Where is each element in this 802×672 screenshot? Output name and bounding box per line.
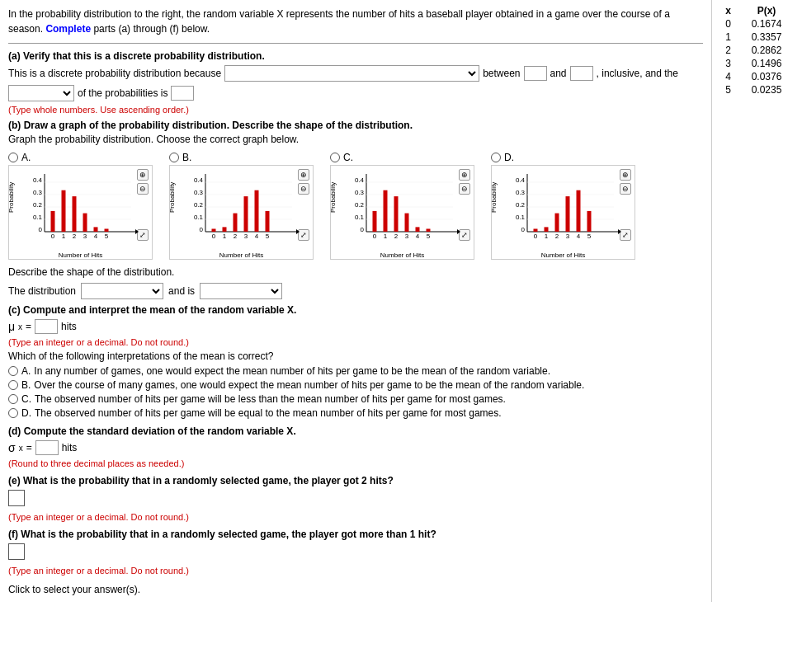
svg-text:0: 0 (200, 226, 204, 233)
hits-label-c: hits (61, 321, 77, 332)
graph-b-radio[interactable] (169, 153, 179, 162)
svg-text:0.4: 0.4 (194, 176, 204, 184)
mu-row: μ x = hits (8, 319, 703, 334)
part-a-input3[interactable] (171, 86, 194, 101)
svg-text:2: 2 (234, 233, 238, 240)
svg-text:1: 1 (223, 233, 227, 240)
svg-text:0.1: 0.1 (194, 214, 204, 221)
graph-d-ylabel: Probability (490, 181, 498, 212)
option-a[interactable]: A. In any number of games, one would exp… (8, 365, 703, 377)
col-px-header: P(x) (738, 4, 795, 17)
graph-area: A. ⊕ ⊖ ⤢ (8, 152, 703, 260)
svg-text:0.3: 0.3 (194, 189, 204, 196)
part-b-label: (b) Draw a graph of the probability dist… (8, 120, 703, 131)
graph-d-svg: 0 0.1 0.2 0.3 0.4 (515, 170, 622, 248)
svg-text:0.3: 0.3 (33, 189, 43, 196)
graph-c-ylabel: Probability (329, 181, 337, 212)
sigma-input[interactable] (35, 440, 59, 455)
svg-text:2: 2 (555, 233, 559, 240)
svg-text:0: 0 (51, 233, 55, 240)
sigma-row: σ x = hits (8, 440, 703, 455)
part-d-note: (Round to three decimal places as needed… (8, 458, 703, 468)
svg-text:4: 4 (94, 233, 98, 240)
graph-a-radio[interactable] (8, 153, 18, 162)
graph-b-xlabel: Number of Hits (170, 251, 313, 259)
part-e-label: (e) What is the probability that in a ra… (8, 475, 703, 486)
part-f-label: (f) What is the probability that in a ra… (8, 529, 703, 540)
svg-text:0.1: 0.1 (33, 214, 43, 221)
option-b-key: B. (21, 379, 31, 391)
option-c[interactable]: C. The observed number of hits per game … (8, 393, 703, 405)
svg-text:1: 1 (62, 233, 66, 240)
part-d-label: (d) Compute the standard deviation of th… (8, 425, 703, 437)
x-val-0: 0 (719, 17, 738, 31)
svg-text:0.4: 0.4 (516, 176, 526, 184)
svg-text:0: 0 (373, 233, 377, 240)
part-a-select[interactable]: all of the probabilities are between 0 a… (224, 65, 479, 82)
px-val-2: 0.2862 (738, 44, 795, 57)
px-val-5: 0.0235 (738, 83, 795, 96)
graph-b-box: ⊕ ⊖ ⤢ 0 0.1 0.2 0.3 0.4 (169, 165, 314, 260)
graph-c-label[interactable]: C. (330, 152, 353, 163)
mu-input[interactable] (35, 319, 58, 334)
part-f-input-row (8, 543, 703, 562)
graph-option-c: C. ⊕ ⊖ ⤢ 0 0.1 (330, 152, 474, 260)
table-row-2: 2 0.2862 (719, 44, 795, 57)
svg-text:0.3: 0.3 (355, 189, 365, 196)
distribution-select1[interactable]: skewed right skewed left symmetric unifo… (81, 283, 163, 299)
svg-text:0: 0 (39, 226, 43, 233)
part-c-note: (Type an integer or a decimal. Do not ro… (8, 337, 703, 347)
svg-text:3: 3 (405, 233, 409, 240)
equals-d: = (26, 442, 32, 453)
graph-d-radio[interactable] (491, 153, 501, 162)
part-b-section: (b) Draw a graph of the probability dist… (8, 120, 703, 299)
svg-marker-50 (457, 229, 460, 234)
svg-text:5: 5 (427, 233, 431, 240)
px-val-0: 0.1674 (738, 17, 795, 31)
part-f-checkbox[interactable] (8, 543, 25, 560)
part-a-inclusive: , inclusive, and the (597, 68, 678, 79)
option-a-radio[interactable] (8, 366, 18, 376)
option-d-radio[interactable] (8, 408, 18, 418)
graph-d-label[interactable]: D. (491, 152, 514, 163)
svg-text:0.1: 0.1 (355, 214, 365, 221)
part-a-and: and (550, 68, 567, 79)
part-e-section: (e) What is the probability that in a ra… (8, 475, 703, 522)
graph-c-box: ⊕ ⊖ ⤢ 0 0.1 0.2 0.3 0.4 (330, 165, 474, 260)
table-row-4: 4 0.0376 (719, 70, 795, 83)
mu-symbol: μ (8, 320, 15, 333)
px-val-1: 0.3357 (738, 31, 795, 44)
x-val-1: 1 (719, 31, 738, 44)
option-b-radio[interactable] (8, 380, 18, 390)
graph-b-svg: 0 0.1 0.2 0.3 0.4 (193, 170, 300, 248)
part-a-input2[interactable] (570, 66, 593, 81)
option-d[interactable]: D. The observed number of hits per game … (8, 407, 703, 419)
table-row-3: 3 0.1496 (719, 57, 795, 70)
option-c-key: C. (21, 393, 31, 405)
x-val-3: 3 (719, 57, 738, 70)
part-a-note: (Type whole numbers. Use ascending order… (8, 105, 703, 115)
part-c-options: A. In any number of games, one would exp… (8, 365, 703, 419)
describe-shape-text: Describe the shape of the distribution. (8, 266, 703, 278)
table-row-5: 5 0.0235 (719, 83, 795, 96)
part-c-section: (c) Compute and interpret the mean of th… (8, 304, 703, 419)
part-e-checkbox[interactable] (8, 490, 25, 506)
x-subscript: x (18, 322, 22, 331)
distribution-select2[interactable]: unimodal bimodal multimodal uniform (200, 283, 282, 299)
graph-c-radio[interactable] (330, 153, 340, 162)
option-a-text: In any number of games, one would expect… (34, 365, 550, 377)
graph-d-letter: D. (504, 152, 514, 163)
option-b[interactable]: B. Over the course of many games, one wo… (8, 379, 703, 391)
choose-graph-text: Graph the probability distribution. Choo… (8, 134, 703, 145)
part-a-inline: This is a discrete probability distribut… (8, 65, 703, 101)
option-c-radio[interactable] (8, 394, 18, 404)
graph-b-label[interactable]: B. (169, 152, 191, 163)
svg-text:2: 2 (73, 233, 77, 240)
graph-a-svg: 0 0.1 0.2 0.3 0.4 (32, 170, 139, 248)
svg-marker-74 (618, 229, 621, 234)
part-a-input1[interactable] (524, 66, 547, 81)
part-a-select2[interactable]: sum mean product (8, 85, 74, 101)
graph-a-label[interactable]: A. (8, 152, 31, 163)
px-val-4: 0.0376 (738, 70, 795, 83)
which-label: Which of the following interpretations o… (8, 350, 703, 362)
